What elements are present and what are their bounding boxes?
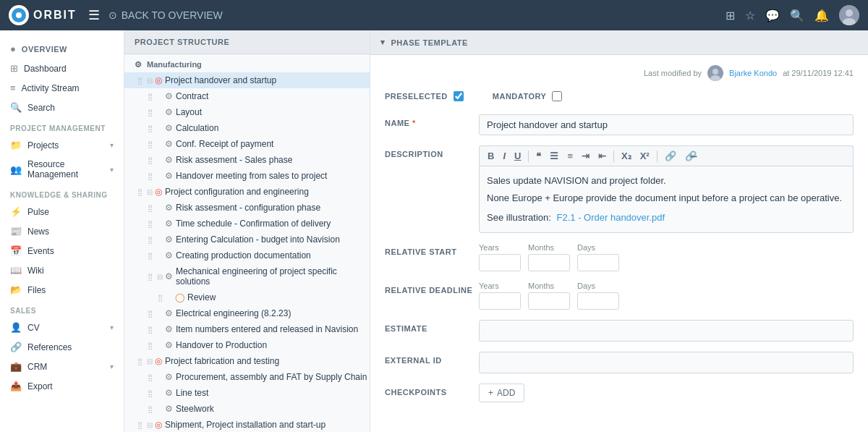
sidebar-item-events[interactable]: 📅 Events	[0, 241, 124, 261]
tree-item-risk-sales[interactable]: ⣿ ⚙ Risk assesment - Sales phase	[124, 152, 370, 168]
drag-handle[interactable]: ⣿	[145, 389, 155, 397]
tree-item-procurement[interactable]: ⣿ ⚙ Procurement, assembly and FAT by Sup…	[124, 369, 370, 385]
drag-handle[interactable]: ⣿	[145, 310, 155, 318]
menu-button[interactable]: ☰	[88, 7, 100, 23]
expand-icon[interactable]: ⊟	[145, 77, 155, 85]
superscript-button[interactable]: X²	[637, 149, 653, 163]
star-icon[interactable]: ☆	[745, 9, 755, 22]
italic-button[interactable]: I	[499, 149, 509, 163]
expand-icon[interactable]: ⊟	[145, 357, 155, 365]
sidebar-item-projects[interactable]: 📁 Projects ▾	[0, 135, 124, 155]
outdent-button[interactable]: ⇤	[595, 149, 610, 163]
drag-handle[interactable]: ⣿	[145, 140, 155, 148]
tree-item-handover-meeting[interactable]: ⣿ ⚙ Handover meeting from sales to proje…	[124, 168, 370, 184]
description-link-row: See illustration: F2.1 - Order handover.…	[487, 211, 846, 225]
subscript-button[interactable]: X₂	[618, 149, 635, 163]
drag-handle[interactable]: ⣿	[145, 273, 155, 281]
drag-handle[interactable]: ⣿	[155, 294, 165, 302]
grid-icon[interactable]: ⊞	[726, 9, 735, 22]
chat-icon[interactable]: 💬	[765, 9, 780, 22]
drag-handle[interactable]: ⣿	[135, 77, 145, 85]
drag-handle[interactable]: ⣿	[145, 172, 155, 180]
sidebar-item-wiki[interactable]: 📖 Wiki	[0, 261, 124, 280]
tree-item-electrical-eng[interactable]: ⣿ ⚙ Electrical engineering (8.2.23)	[124, 305, 370, 321]
tree-item-calculation[interactable]: ⣿ ⚙ Calculation	[124, 120, 370, 136]
add-checkpoint-button[interactable]: + ADD	[479, 384, 524, 402]
ol-button[interactable]: ≡	[563, 149, 576, 163]
drag-handle[interactable]: ⣿	[135, 188, 145, 196]
tree-item-risk-config[interactable]: ⣿ ⚙ Risk assesment - configuration phase	[124, 200, 370, 216]
drag-handle[interactable]: ⣿	[135, 357, 145, 365]
drag-handle[interactable]: ⣿	[145, 220, 155, 228]
drag-handle[interactable]: ⣿	[145, 252, 155, 260]
underline-button[interactable]: U	[511, 149, 524, 163]
drag-handle[interactable]: ⣿	[145, 93, 155, 101]
ul-button[interactable]: ☰	[546, 149, 562, 163]
drag-handle[interactable]: ⣿	[145, 156, 155, 164]
indent-button[interactable]: ⇥	[578, 149, 593, 163]
expand-icon[interactable]: ⊟	[155, 273, 165, 281]
modified-user-link[interactable]: Bjarke Kondo	[729, 69, 777, 77]
drag-handle[interactable]: ⣿	[145, 326, 155, 334]
sidebar-item-references[interactable]: 🔗 References	[0, 337, 124, 357]
deadline-days-input[interactable]	[577, 292, 619, 310]
drag-handle[interactable]: ⣿	[135, 421, 145, 429]
start-years-input[interactable]	[479, 254, 521, 271]
preselected-checkbox[interactable]	[454, 91, 464, 101]
sidebar-item-cv[interactable]: 👤 CV ▾	[0, 318, 124, 337]
sidebar-item-search[interactable]: 🔍 Search	[0, 98, 124, 117]
tree-item-time-schedule[interactable]: ⣿ ⚙ Time schedule - Confirmation of deli…	[124, 216, 370, 232]
deadline-years-input[interactable]	[479, 292, 521, 310]
drag-handle[interactable]: ⣿	[145, 124, 155, 132]
sidebar-item-pulse[interactable]: ⚡ Pulse	[0, 202, 124, 221]
tree-item-entering-calc[interactable]: ⣿ ⚙ Entering Calculation - budget into N…	[124, 232, 370, 247]
tree-item-review[interactable]: ⣿ ◯ Review	[124, 289, 370, 305]
sidebar-item-resource[interactable]: 👥 Resource Management ▾	[0, 155, 124, 184]
bold-button[interactable]: B	[484, 149, 498, 163]
estimate-input[interactable]	[479, 320, 854, 342]
tree-item-contract[interactable]: ⣿ ⚙ Contract	[124, 88, 370, 104]
sidebar-item-files[interactable]: 📂 Files	[0, 280, 124, 300]
drag-handle[interactable]: ⣿	[145, 373, 155, 381]
drag-handle[interactable]: ⣿	[145, 236, 155, 244]
deadline-months-input[interactable]	[528, 292, 570, 310]
expand-icon[interactable]: ⊟	[145, 188, 155, 196]
start-months-input[interactable]	[528, 254, 570, 271]
tree-item-phase1[interactable]: ⣿ ⊟ ◎ Project handover and startup	[124, 72, 370, 88]
tree-item-production-doc[interactable]: ⣿ ⚙ Creating production documentation	[124, 247, 370, 263]
tree-item-phase2[interactable]: ⣿ ⊟ ◎ Project configuration and engineer…	[124, 184, 370, 200]
tree-item-handover-prod[interactable]: ⣿ ⚙ Handover to Production	[124, 337, 370, 353]
sidebar-item-crm[interactable]: 💼 CRM ▾	[0, 357, 124, 376]
external-id-input[interactable]	[479, 352, 854, 373]
sidebar-item-news[interactable]: 📰 News	[0, 221, 124, 241]
tree-item-phase4[interactable]: ⣿ ⊟ ◎ Shipment, Project installation and…	[124, 417, 370, 432]
description-pdf-link[interactable]: F2.1 - Order handover.pdf	[557, 212, 665, 223]
bell-icon[interactable]: 🔔	[814, 9, 829, 22]
tree-item-layout[interactable]: ⣿ ⚙ Layout	[124, 104, 370, 120]
back-to-overview-button[interactable]: ⊙ BACK TO OVERVIEW	[109, 9, 223, 21]
tree-item-phase3[interactable]: ⣿ ⊟ ◎ Project fabrication and testing	[124, 353, 370, 369]
tree-item-mechanical-eng[interactable]: ⣿ ⊟ ⚙ Mechanical engineering of project …	[124, 263, 370, 289]
tree-item-item-numbers[interactable]: ⣿ ⚙ Item numbers entered and released in…	[124, 321, 370, 337]
search-icon[interactable]: 🔍	[790, 9, 804, 22]
user-avatar[interactable]	[839, 5, 859, 25]
app-logo[interactable]: ORBIT	[9, 5, 77, 25]
link-button[interactable]: 🔗	[661, 149, 680, 163]
tree-item-steelwork[interactable]: ⣿ ⚙ Steelwork	[124, 401, 370, 417]
tree-item-line-test[interactable]: ⣿ ⚙ Line test	[124, 385, 370, 401]
sidebar-item-activity-stream[interactable]: ≡ Activity Stream	[0, 78, 124, 98]
mandatory-checkbox[interactable]	[552, 91, 562, 101]
sidebar-item-export[interactable]: 📤 Export	[0, 376, 124, 396]
sidebar-item-dashboard[interactable]: ⊞ Dashboard	[0, 59, 124, 78]
blockquote-button[interactable]: ❝	[532, 149, 545, 163]
drag-handle[interactable]: ⣿	[145, 109, 155, 117]
description-content[interactable]: Sales update NAVISION and project folder…	[479, 166, 854, 233]
tree-item-conf-receipt[interactable]: ⣿ ⚙ Conf. Receipt of payment	[124, 136, 370, 152]
expand-icon[interactable]: ⊟	[145, 421, 155, 429]
start-days-input[interactable]	[577, 254, 619, 271]
unlink-button[interactable]: 🔗̶	[681, 149, 700, 163]
drag-handle[interactable]: ⣿	[145, 405, 155, 413]
drag-handle[interactable]: ⣿	[145, 342, 155, 350]
name-input[interactable]	[479, 114, 854, 135]
drag-handle[interactable]: ⣿	[145, 204, 155, 212]
